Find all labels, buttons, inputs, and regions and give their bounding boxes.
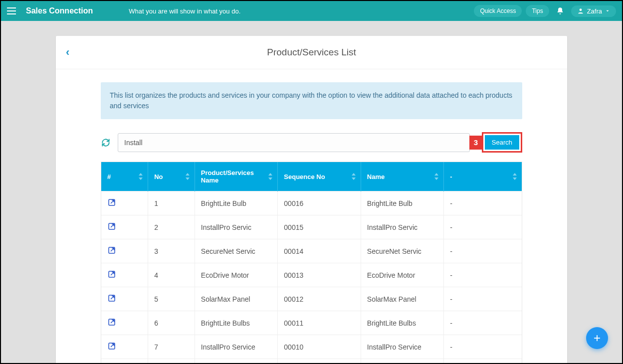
col-hash[interactable]: #: [101, 162, 148, 191]
open-icon[interactable]: [107, 318, 116, 327]
cell-name: BrightLite Bulbs: [361, 311, 444, 335]
add-fab[interactable]: +: [586, 327, 608, 349]
main-card: ‹ Product/Services List This list organi…: [56, 36, 567, 364]
table-row: 8SecureNet Service00009SecureNet Service…: [101, 359, 522, 364]
cell-last: -: [444, 239, 522, 263]
open-icon[interactable]: [107, 198, 116, 207]
refresh-icon[interactable]: [101, 138, 111, 148]
cell-no: 2: [148, 215, 195, 239]
table-row: 4EcoDrive Motor00013EcoDrive Motor-: [101, 263, 522, 287]
quick-access-button[interactable]: Quick Access: [474, 5, 522, 17]
user-name: Zafra: [587, 7, 602, 15]
col-last[interactable]: -: [444, 162, 522, 191]
back-button[interactable]: ‹: [66, 46, 76, 59]
cell-seq: 00014: [278, 239, 361, 263]
open-icon[interactable]: [107, 222, 116, 231]
cell-no: 4: [148, 263, 195, 287]
cell-name: InstallPro Service: [361, 335, 444, 359]
cell-seq: 00010: [278, 335, 361, 359]
cell-name: SecureNet Service: [361, 359, 444, 364]
cell-seq: 00009: [278, 359, 361, 364]
open-icon[interactable]: [107, 246, 116, 255]
hamburger-icon[interactable]: [7, 5, 18, 16]
chevron-down-icon: [605, 8, 610, 13]
avatar-icon: [577, 7, 584, 14]
cell-psname: InstallPro Service: [195, 335, 278, 359]
brand-name: Sales Connection: [26, 6, 93, 15]
cell-last: -: [444, 287, 522, 311]
cell-name: InstallPro Servic: [361, 215, 444, 239]
step-badge: 3: [469, 136, 482, 150]
cell-psname: SecureNet Servic: [195, 239, 278, 263]
search-button[interactable]: Search: [485, 135, 519, 150]
search-box: [118, 133, 470, 152]
table-row: 2InstallPro Servic00015InstallPro Servic…: [101, 215, 522, 239]
cell-psname: BrightLite Bulbs: [195, 311, 278, 335]
search-input[interactable]: [118, 139, 469, 147]
col-no[interactable]: No: [148, 162, 195, 191]
tips-button[interactable]: Tips: [526, 5, 549, 17]
svg-point-0: [579, 8, 582, 11]
info-banner: This list organizes the products and ser…: [101, 82, 522, 119]
cell-last: -: [444, 359, 522, 364]
page-title: Product/Services List: [76, 47, 547, 58]
cell-psname: InstallPro Servic: [195, 215, 278, 239]
cell-no: 3: [148, 239, 195, 263]
cell-no: 5: [148, 287, 195, 311]
cell-psname: SecureNet Service: [195, 359, 278, 364]
cell-no: 8: [148, 359, 195, 364]
cell-no: 6: [148, 311, 195, 335]
col-psname[interactable]: Product/Services Name: [195, 162, 278, 191]
table-row: 3SecureNet Servic00014SecureNet Servic-: [101, 239, 522, 263]
product-table: # No Product/Services Name Sequence No N…: [101, 162, 522, 364]
cell-name: BrightLite Bulb: [361, 191, 444, 215]
cell-psname: BrightLite Bulb: [195, 191, 278, 215]
open-icon[interactable]: [107, 342, 116, 351]
cell-psname: EcoDrive Motor: [195, 263, 278, 287]
table-row: 1BrightLite Bulb00016BrightLite Bulb-: [101, 191, 522, 215]
cell-seq: 00013: [278, 263, 361, 287]
col-seq[interactable]: Sequence No: [278, 162, 361, 191]
search-button-highlight: 3 Search: [482, 132, 522, 153]
cell-last: -: [444, 311, 522, 335]
open-icon[interactable]: [107, 294, 116, 303]
cell-seq: 00011: [278, 311, 361, 335]
cell-name: SolarMax Panel: [361, 287, 444, 311]
cell-last: -: [444, 191, 522, 215]
cell-psname: SolarMax Panel: [195, 287, 278, 311]
cell-seq: 00015: [278, 215, 361, 239]
cell-last: -: [444, 215, 522, 239]
table-row: 6BrightLite Bulbs00011BrightLite Bulbs-: [101, 311, 522, 335]
cell-name: SecureNet Servic: [361, 239, 444, 263]
bell-icon[interactable]: [556, 6, 564, 15]
open-icon[interactable]: [107, 270, 116, 279]
cell-seq: 00012: [278, 287, 361, 311]
topbar: Sales Connection What you are will show …: [1, 1, 622, 21]
table-row: 7InstallPro Service00010InstallPro Servi…: [101, 335, 522, 359]
tagline: What you are will show in what you do.: [129, 7, 240, 15]
table-row: 5SolarMax Panel00012SolarMax Panel-: [101, 287, 522, 311]
cell-no: 1: [148, 191, 195, 215]
col-name[interactable]: Name: [361, 162, 444, 191]
user-menu[interactable]: Zafra: [571, 5, 616, 17]
cell-last: -: [444, 263, 522, 287]
cell-seq: 00016: [278, 191, 361, 215]
cell-no: 7: [148, 335, 195, 359]
cell-name: EcoDrive Motor: [361, 263, 444, 287]
cell-last: -: [444, 335, 522, 359]
